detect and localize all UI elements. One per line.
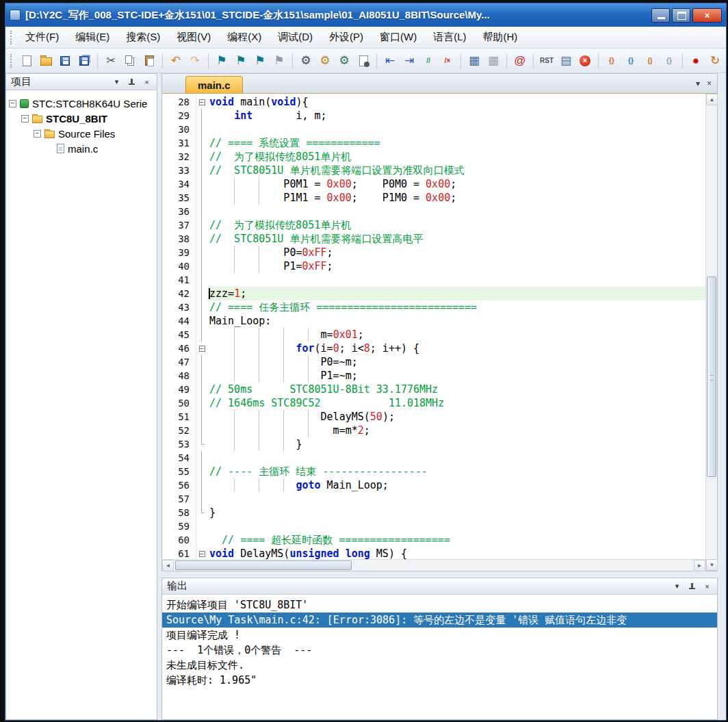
undo-button[interactable]: ↶: [167, 52, 185, 70]
horizontal-splitter[interactable]: [161, 571, 718, 578]
menu-item[interactable]: 窗口(W): [372, 27, 424, 47]
fold-margin[interactable]: [196, 314, 207, 328]
memory-close-button[interactable]: ▦: [484, 52, 502, 70]
fold-margin[interactable]: [196, 218, 207, 232]
line-number[interactable]: 40: [162, 259, 196, 273]
memory-window-button[interactable]: ▦: [465, 52, 483, 70]
code-line[interactable]: void DelayMS(unsigned long MS) {: [207, 547, 705, 559]
menu-item[interactable]: 调试(D): [270, 27, 320, 47]
h-scroll-track[interactable]: [174, 560, 694, 571]
brace-select-button[interactable]: {}: [622, 52, 640, 70]
tree-expander-icon[interactable]: −: [21, 115, 29, 123]
fold-margin[interactable]: [196, 246, 207, 259]
tab-close-icon[interactable]: ×: [707, 79, 712, 88]
menu-item[interactable]: 视图(V): [169, 27, 218, 47]
code-line[interactable]: P1=0xFF;: [207, 259, 705, 273]
tab-list-dropdown-icon[interactable]: ▾: [696, 79, 700, 88]
fold-margin[interactable]: [196, 396, 207, 410]
code-line[interactable]: }: [207, 437, 705, 451]
code-line[interactable]: [207, 451, 705, 465]
fold-collapse-icon[interactable]: −: [199, 551, 205, 557]
scroll-right-button[interactable]: ►: [694, 560, 705, 571]
line-number[interactable]: 37: [162, 218, 196, 232]
menu-item[interactable]: 编程(X): [220, 27, 269, 47]
line-number[interactable]: 60: [162, 533, 196, 547]
code-line[interactable]: goto Main_Loop;: [207, 478, 705, 492]
code-line[interactable]: m=0x01;: [207, 328, 705, 341]
compile-button[interactable]: ⚙: [297, 52, 315, 70]
code-line[interactable]: // 为了模拟传统8051单片机: [207, 150, 705, 164]
paren-match-button[interactable]: (): [641, 52, 659, 70]
code-line[interactable]: [207, 123, 705, 136]
line-number[interactable]: 48: [162, 369, 196, 383]
fold-margin[interactable]: [196, 177, 207, 191]
code-line[interactable]: P0M1 = 0x00; P0M0 = 0x00;: [207, 177, 705, 191]
save-button[interactable]: [56, 52, 74, 70]
bookmark-prev-button[interactable]: ⚑: [232, 52, 250, 70]
code-line[interactable]: // STC8051U 单片机需要将端口设置为准双向口模式: [207, 164, 705, 177]
fold-margin[interactable]: [196, 123, 207, 136]
find-symbol-button[interactable]: @: [511, 52, 529, 70]
code-line[interactable]: m=m*2;: [207, 424, 705, 437]
line-number[interactable]: 32: [162, 150, 196, 164]
comment-button[interactable]: //: [419, 52, 437, 70]
line-number[interactable]: 58: [162, 506, 196, 519]
bookmark-toggle-button[interactable]: ⚑: [213, 52, 231, 70]
fold-margin[interactable]: [196, 259, 207, 273]
doc-list-button[interactable]: ▤: [557, 52, 575, 70]
menu-item[interactable]: 文件(F): [18, 27, 66, 47]
line-number[interactable]: 51: [162, 410, 196, 424]
output-line[interactable]: 未生成目标文件.: [162, 658, 717, 673]
save-all-button[interactable]: [75, 52, 93, 70]
line-number[interactable]: 49: [162, 383, 196, 396]
toolbar-grip[interactable]: [10, 54, 14, 68]
line-number[interactable]: 52: [162, 424, 196, 437]
horizontal-scrollbar[interactable]: ◄ ►: [162, 559, 705, 571]
bookmark-next-button[interactable]: ⚑: [251, 52, 269, 70]
redo-button[interactable]: ↷: [186, 52, 204, 70]
code-line[interactable]: DelayMS(50);: [207, 410, 705, 424]
v-scroll-thumb[interactable]: [707, 276, 716, 477]
line-number[interactable]: 36: [162, 205, 196, 218]
brace-match-button[interactable]: {}: [603, 52, 621, 70]
tab-main-c[interactable]: main.c: [185, 76, 243, 93]
registers-button[interactable]: RST: [538, 52, 556, 70]
line-number[interactable]: 47: [162, 355, 196, 369]
fold-margin[interactable]: [196, 136, 207, 150]
fold-margin[interactable]: −: [196, 547, 207, 559]
fold-margin[interactable]: [196, 451, 207, 465]
line-number[interactable]: 43: [162, 300, 196, 314]
fold-margin[interactable]: [196, 383, 207, 396]
unindent-button[interactable]: ⇤: [381, 52, 399, 70]
fold-margin[interactable]: [196, 437, 207, 451]
brace-fold-button[interactable]: {}: [660, 52, 678, 70]
menu-item[interactable]: 编辑(E): [68, 27, 117, 47]
scroll-left-button[interactable]: ◄: [162, 560, 174, 571]
line-number[interactable]: 44: [162, 314, 196, 328]
output-pin-icon[interactable]: [687, 581, 697, 591]
tree-item-source-files[interactable]: −Source Files: [6, 126, 157, 141]
line-number[interactable]: 57: [162, 492, 196, 506]
compile-all-button[interactable]: ⚙: [316, 52, 334, 70]
line-number[interactable]: 46: [162, 341, 196, 355]
fold-collapse-icon[interactable]: −: [199, 99, 205, 105]
code-line[interactable]: int i, m;: [207, 109, 705, 123]
output-close-icon[interactable]: ×: [702, 581, 712, 591]
code-line[interactable]: // ---- 主循环 结束 -----------------: [207, 465, 705, 478]
code-line[interactable]: [207, 205, 705, 218]
v-scroll-track[interactable]: [706, 105, 717, 559]
close-button[interactable]: ×: [692, 8, 722, 23]
output-line[interactable]: --- 1个错误，0个警告 ---: [162, 643, 717, 658]
scroll-down-button[interactable]: ▼: [706, 559, 718, 571]
line-number[interactable]: 56: [162, 478, 196, 492]
fold-margin[interactable]: [196, 478, 207, 492]
tree-item-project-stc8u-8bit[interactable]: −STC8U_8BIT: [6, 111, 157, 126]
menu-item[interactable]: 外设(P): [322, 27, 371, 47]
menu-item[interactable]: 语言(L): [426, 27, 473, 47]
line-number[interactable]: 41: [162, 273, 196, 287]
code-line[interactable]: // 50ms STC8051U-8Bit 33.1776MHz: [207, 383, 705, 396]
fold-margin[interactable]: [196, 506, 207, 519]
title-bar[interactable]: [D:\Y2C_写作_008_STC-IDE+金水151\01_STCIDE-金…: [5, 3, 726, 27]
line-number[interactable]: 61: [162, 547, 196, 559]
line-number[interactable]: 54: [162, 451, 196, 465]
